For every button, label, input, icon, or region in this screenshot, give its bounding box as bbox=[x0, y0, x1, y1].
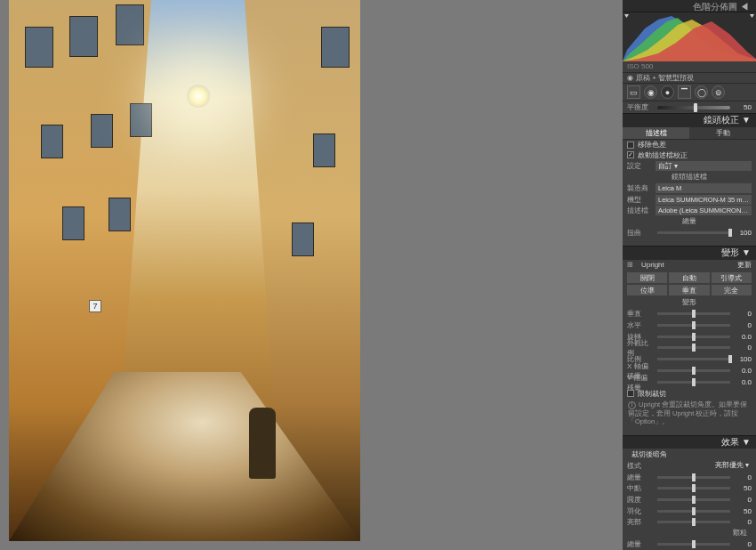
image-canvas[interactable]: 7 bbox=[0, 0, 623, 550]
histogram-panel-header[interactable]: 色階分佈圖 ◀ bbox=[623, 0, 756, 12]
lens-tabs: 描述檔 手動 bbox=[623, 127, 756, 140]
balance-value: 50 bbox=[734, 103, 752, 111]
svg-marker-1 bbox=[750, 14, 754, 18]
distortion-slider[interactable]: 扭曲 100 bbox=[623, 227, 756, 239]
preview-mode[interactable]: ◉ 原稿 + 智慧型預視 bbox=[623, 72, 756, 83]
window-icon bbox=[116, 4, 144, 45]
balance-track[interactable] bbox=[657, 106, 730, 109]
enable-profile-label: 啟動描述檔校正 bbox=[638, 150, 688, 160]
vignette-style-select-row[interactable]: 樣式 亮部優先 ▾ bbox=[623, 460, 756, 472]
upright-note: iUpright 會重設裁切角度。如果要保留設定，套用 Upright 校正時，… bbox=[623, 399, 756, 428]
vignette-style-select[interactable]: 亮部優先 ▾ bbox=[655, 461, 752, 471]
remove-ca-row[interactable]: 移除色差 bbox=[623, 140, 756, 150]
lens-amount-subhead: 總量 bbox=[623, 216, 756, 227]
crop-tool-icon[interactable]: ▭ bbox=[627, 85, 640, 99]
person-with-bicycle bbox=[249, 408, 276, 479]
setup-select-row[interactable]: 設定 自訂 ▾ bbox=[623, 160, 756, 172]
lens-correction-header[interactable]: 鏡頭校正 ▼ bbox=[623, 113, 756, 127]
yoffset-slider[interactable]: Y 軸偏移量 0.0 bbox=[623, 376, 756, 388]
remove-ca-label: 移除色差 bbox=[638, 140, 666, 150]
upright-auto[interactable]: 自動 bbox=[669, 272, 709, 283]
upright-full[interactable]: 完全 bbox=[712, 285, 752, 295]
histogram[interactable] bbox=[623, 12, 756, 61]
svg-marker-0 bbox=[624, 14, 629, 18]
vignette-header: 裁切後暗角 bbox=[631, 449, 667, 459]
develop-panel: 色階分佈圖 ◀ ISO 500 ◉ 原稿 + 智慧型預視 ▭ ◉ ● ▔ ◯ ⊚… bbox=[623, 0, 756, 550]
preview-mode-label: 原稿 + 智慧型預視 bbox=[636, 73, 694, 83]
upright-update[interactable]: 更新 bbox=[728, 260, 752, 270]
redeye-tool-icon[interactable]: ● bbox=[661, 85, 674, 99]
upright-row: ⊞ Upright 更新 bbox=[623, 260, 756, 271]
transform-subhead: 變形 bbox=[623, 297, 756, 308]
window-icon bbox=[313, 133, 335, 167]
vignette-style-row: 裁切後暗角 bbox=[623, 449, 756, 460]
setup-select[interactable]: 自訂 ▾ bbox=[655, 161, 752, 171]
lens-model-row[interactable]: 機型 Leica SUMMICRON-M 35 m… bbox=[623, 194, 756, 206]
window-icon bbox=[130, 103, 152, 137]
edited-photo: 7 bbox=[9, 0, 360, 541]
constrain-crop-label: 限制裁切 bbox=[638, 389, 666, 399]
brush-tool-icon[interactable]: ⊚ bbox=[712, 85, 725, 99]
effects-header[interactable]: 效果 ▼ bbox=[623, 435, 756, 449]
info-icon: i bbox=[628, 401, 636, 409]
grad-tool-icon[interactable]: ▔ bbox=[678, 85, 691, 99]
upright-guided[interactable]: 引導式 bbox=[712, 272, 752, 283]
remove-ca-checkbox[interactable] bbox=[627, 142, 634, 149]
constrain-crop-row[interactable]: 限制裁切 bbox=[623, 388, 756, 399]
aspect-slider[interactable]: 外觀比例 0 bbox=[623, 342, 756, 353]
window-icon bbox=[321, 27, 350, 68]
grain-amount-slider[interactable]: 總量 0 bbox=[623, 538, 756, 550]
vig-amount-slider[interactable]: 總量 0 bbox=[623, 472, 756, 483]
vig-feather-slider[interactable]: 羽化 50 bbox=[623, 506, 756, 517]
house-number: 7 bbox=[89, 300, 101, 312]
upright-label: Upright bbox=[641, 261, 725, 269]
enable-profile-row[interactable]: ✓ 啟動描述檔校正 bbox=[623, 150, 756, 161]
tab-profile[interactable]: 描述檔 bbox=[623, 127, 689, 139]
window-icon bbox=[69, 16, 98, 57]
lens-model-select[interactable]: Leica SUMMICRON-M 35 m… bbox=[655, 195, 752, 205]
tab-manual[interactable]: 手動 bbox=[689, 127, 756, 139]
window-icon bbox=[109, 198, 131, 231]
upright-off[interactable]: 關閉 bbox=[627, 272, 667, 283]
sun-flare bbox=[187, 85, 210, 108]
lens-make-select[interactable]: Leica M bbox=[655, 183, 752, 193]
guided-upright-icon[interactable]: ⊞ bbox=[627, 261, 638, 269]
window-icon bbox=[91, 114, 113, 148]
balance-slider[interactable]: 平衡度 50 bbox=[623, 101, 756, 113]
grain-subhead: 顆粒 bbox=[623, 528, 756, 538]
lens-profile-subhead: 鏡頭描述檔 bbox=[623, 172, 756, 182]
upright-mode-grid: 關閉 自動 引導式 位準 垂直 完全 bbox=[623, 271, 756, 297]
lens-make-row[interactable]: 製造商 Leica M bbox=[623, 182, 756, 194]
balance-label: 平衡度 bbox=[627, 102, 654, 112]
histogram-meta: ISO 500 bbox=[623, 61, 756, 72]
radial-tool-icon[interactable]: ◯ bbox=[695, 85, 708, 99]
vig-midpoint-slider[interactable]: 中點 50 bbox=[623, 482, 756, 494]
horizontal-slider[interactable]: 水平 0 bbox=[623, 319, 756, 331]
window-icon bbox=[25, 27, 53, 68]
window-icon bbox=[292, 222, 314, 256]
window-icon bbox=[41, 125, 63, 158]
spot-tool-icon[interactable]: ◉ bbox=[644, 85, 657, 99]
vertical-slider[interactable]: 垂直 0 bbox=[623, 308, 756, 319]
constrain-crop-checkbox[interactable] bbox=[627, 390, 634, 397]
vig-roundness-slider[interactable]: 圓度 0 bbox=[623, 494, 756, 506]
enable-profile-checkbox[interactable]: ✓ bbox=[627, 151, 634, 158]
iso-label: ISO 500 bbox=[627, 62, 653, 70]
histogram-svg bbox=[623, 12, 756, 61]
transform-header[interactable]: 變形 ▼ bbox=[623, 246, 756, 260]
distortion-track[interactable] bbox=[657, 231, 730, 234]
upright-level[interactable]: 位準 bbox=[627, 285, 667, 295]
lens-profile-row[interactable]: 描述檔 Adobe (Leica SUMMICRON… bbox=[623, 205, 756, 216]
upright-vert[interactable]: 垂直 bbox=[669, 285, 709, 295]
tool-strip: ▭ ◉ ● ▔ ◯ ⊚ bbox=[623, 83, 756, 102]
lens-profile-select[interactable]: Adobe (Leica SUMMICRON… bbox=[655, 206, 752, 215]
window-icon bbox=[62, 206, 84, 240]
vig-highlights-slider[interactable]: 亮部 0 bbox=[623, 517, 756, 529]
